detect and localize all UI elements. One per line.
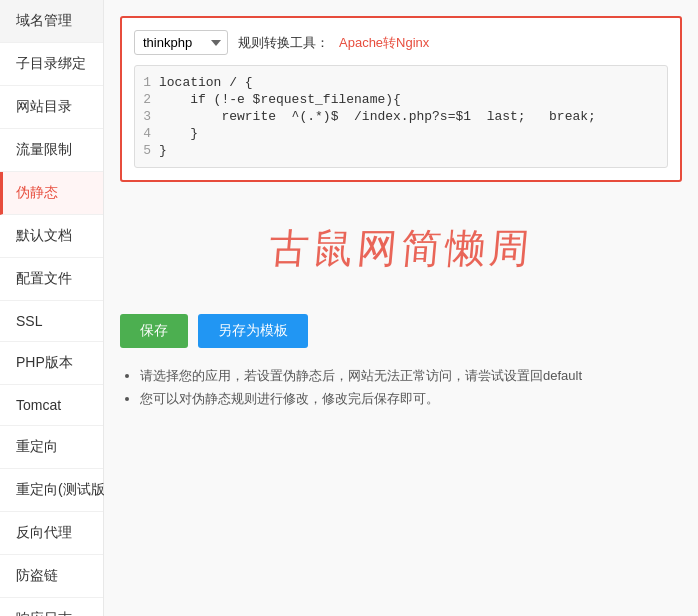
framework-select[interactable]: thinkphplaravelwordpressdiscuzdefault — [134, 30, 228, 55]
line-number: 3 — [135, 109, 159, 124]
line-content: if (!-e $request_filename){ — [159, 92, 401, 107]
sidebar-item-pseudostatic[interactable]: 伪静态 — [0, 172, 103, 215]
config-box: thinkphplaravelwordpressdiscuzdefault 规则… — [120, 16, 682, 182]
main-content: thinkphplaravelwordpressdiscuzdefault 规则… — [104, 0, 698, 616]
sidebar-item-ssl[interactable]: SSL — [0, 301, 103, 342]
config-header: thinkphplaravelwordpressdiscuzdefault 规则… — [134, 30, 668, 55]
code-line: 3 rewrite ^(.*)$ /index.php?s=$1 last; b… — [135, 108, 667, 125]
sidebar: 域名管理 子目录绑定 网站目录 流量限制 伪静态 默认文档 配置文件 SSL P… — [0, 0, 104, 616]
line-number: 1 — [135, 75, 159, 90]
sidebar-item-traffic[interactable]: 流量限制 — [0, 129, 103, 172]
code-line: 5} — [135, 142, 667, 159]
code-editor[interactable]: 1location / {2 if (!-e $request_filename… — [134, 65, 668, 168]
code-line: 4 } — [135, 125, 667, 142]
sidebar-item-defaultdoc[interactable]: 默认文档 — [0, 215, 103, 258]
line-content: } — [159, 126, 198, 141]
line-content: rewrite ^(.*)$ /index.php?s=$1 last; bre… — [159, 109, 596, 124]
sidebar-item-subdir[interactable]: 子目录绑定 — [0, 43, 103, 86]
line-number: 2 — [135, 92, 159, 107]
code-line: 1location / { — [135, 74, 667, 91]
save-template-button[interactable]: 另存为模板 — [198, 314, 308, 348]
sidebar-item-reverse-proxy[interactable]: 反向代理 — [0, 512, 103, 555]
code-lines: 1location / {2 if (!-e $request_filename… — [135, 66, 667, 167]
btn-row: 保存 另存为模板 — [120, 314, 682, 348]
sidebar-item-redirect[interactable]: 重定向 — [0, 426, 103, 469]
sidebar-item-tomcat[interactable]: Tomcat — [0, 385, 103, 426]
sidebar-item-config[interactable]: 配置文件 — [0, 258, 103, 301]
notes: 请选择您的应用，若设置伪静态后，网站无法正常访问，请尝试设置回default您可… — [120, 364, 682, 411]
rule-convert-link[interactable]: Apache转Nginx — [339, 34, 429, 52]
line-number: 4 — [135, 126, 159, 141]
note-item: 您可以对伪静态规则进行修改，修改完后保存即可。 — [140, 387, 682, 410]
sidebar-item-domain[interactable]: 域名管理 — [0, 0, 103, 43]
sidebar-item-hotlink[interactable]: 防盗链 — [0, 555, 103, 598]
sidebar-item-redirect-test[interactable]: 重定向(测试版) — [0, 469, 103, 512]
sidebar-item-access-log[interactable]: 响应日志 — [0, 598, 103, 616]
note-item: 请选择您的应用，若设置伪静态后，网站无法正常访问，请尝试设置回default — [140, 364, 682, 387]
sidebar-item-sitedir[interactable]: 网站目录 — [0, 86, 103, 129]
line-content: location / { — [159, 75, 253, 90]
line-number: 5 — [135, 143, 159, 158]
rule-convert-label: 规则转换工具： — [238, 34, 329, 52]
code-line: 2 if (!-e $request_filename){ — [135, 91, 667, 108]
save-button[interactable]: 保存 — [120, 314, 188, 348]
watermark-area: 古鼠网简懒周 — [120, 198, 682, 298]
watermark-text: 古鼠网简懒周 — [267, 221, 536, 276]
sidebar-item-phpver[interactable]: PHP版本 — [0, 342, 103, 385]
line-content: } — [159, 143, 167, 158]
